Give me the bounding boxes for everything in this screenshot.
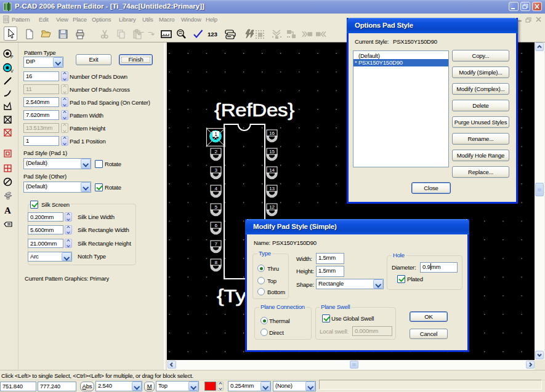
svg-text:14: 14 <box>269 167 275 173</box>
svg-text:V: V <box>10 69 14 73</box>
svg-text:123: 123 <box>208 31 217 38</box>
svg-text:1: 1 <box>214 131 217 137</box>
svg-text:A: A <box>4 206 11 215</box>
svg-text:P: P <box>10 55 14 59</box>
svg-text:15: 15 <box>269 149 275 154</box>
svg-text:13: 13 <box>269 186 275 191</box>
svg-text:12: 12 <box>269 204 275 210</box>
svg-text:16: 16 <box>269 130 275 136</box>
svg-text:{RefDes}: {RefDes} <box>214 100 294 120</box>
